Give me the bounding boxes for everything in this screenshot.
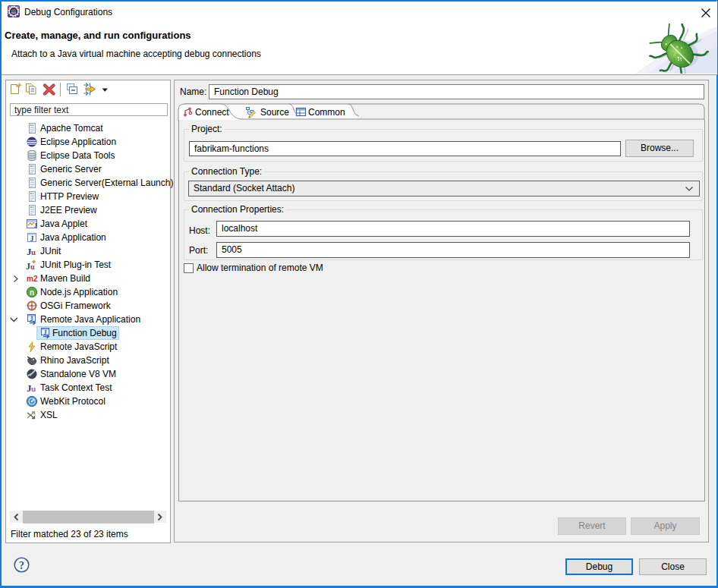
svg-text:n: n bbox=[30, 288, 34, 297]
svg-text:Connect: Connect bbox=[195, 107, 229, 118]
svg-text:?: ? bbox=[19, 560, 24, 571]
svg-text:u: u bbox=[31, 247, 36, 256]
svg-text:m2: m2 bbox=[27, 275, 38, 283]
svg-text:J: J bbox=[30, 234, 34, 243]
svg-text:J: J bbox=[34, 222, 38, 229]
svg-text:J: J bbox=[30, 316, 33, 322]
svg-text:J: J bbox=[44, 329, 47, 336]
svg-text:u: u bbox=[31, 384, 36, 393]
svg-text:Common: Common bbox=[308, 107, 345, 118]
svg-text:u: u bbox=[30, 263, 35, 271]
svg-text:Source: Source bbox=[260, 107, 289, 118]
